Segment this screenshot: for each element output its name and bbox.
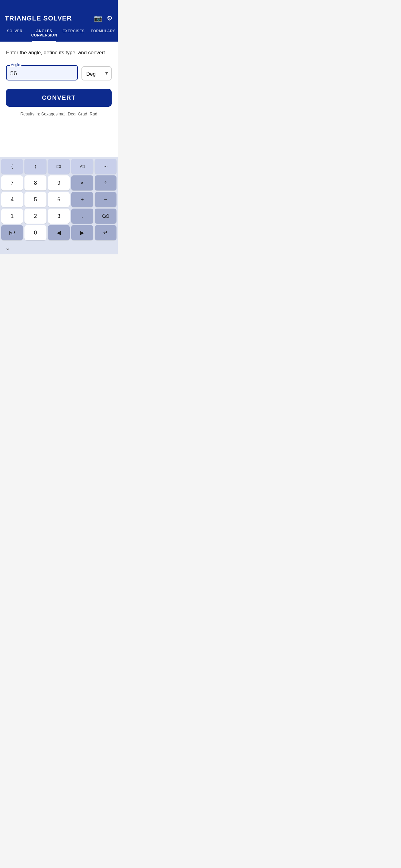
tab-angles-conversion[interactable]: AnglesConversion [30, 26, 59, 41]
keyboard-row-special: ( ) □2 √□ ⋯ [1, 159, 116, 174]
angle-input[interactable] [6, 65, 78, 81]
keyboard-row-4: [√]3 0 ◀ ▶ ↵ [1, 225, 116, 240]
key-7[interactable]: 7 [1, 176, 23, 190]
convert-button[interactable]: CONVERT [6, 89, 112, 107]
key-1[interactable]: 1 [1, 209, 23, 224]
key-right-arrow[interactable]: ▶ [71, 225, 93, 240]
tab-solver[interactable]: Solver [0, 26, 30, 41]
key-minus[interactable]: − [95, 192, 116, 207]
key-backspace[interactable]: ⌫ [95, 209, 116, 224]
key-2[interactable]: 2 [24, 209, 46, 224]
key-sqrt[interactable]: √□ [71, 159, 93, 174]
key-enter[interactable]: ↵ [95, 225, 116, 240]
keyboard-row-3: 1 2 3 . ⌫ [1, 209, 116, 224]
camera-icon[interactable]: 📷 [94, 14, 102, 22]
key-open-paren[interactable]: ( [1, 159, 23, 174]
tab-formulary[interactable]: Formulary [88, 26, 118, 41]
key-multiply[interactable]: × [71, 176, 93, 190]
keyboard: ( ) □2 √□ ⋯ 7 8 9 × ÷ 4 5 6 + − 1 2 3 . … [0, 157, 118, 254]
key-5[interactable]: 5 [24, 192, 46, 207]
unit-select[interactable]: Deg Rad Grad [82, 66, 112, 81]
settings-icon[interactable]: ⚙ [107, 14, 113, 22]
tab-bar: Solver AnglesConversion Exercises Formul… [0, 26, 118, 41]
tab-exercises[interactable]: Exercises [59, 26, 88, 41]
header-icons: 📷 ⚙ [94, 14, 113, 22]
key-square[interactable]: □2 [48, 159, 70, 174]
keyboard-row-1: 7 8 9 × ÷ [1, 176, 116, 190]
results-info: Results in: Sexagesimal, Deg, Grad, Rad [6, 112, 112, 116]
keyboard-collapse-button[interactable]: ⌄ [2, 243, 13, 253]
key-4[interactable]: 4 [1, 192, 23, 207]
key-8[interactable]: 8 [24, 176, 46, 190]
key-0[interactable]: 0 [24, 225, 46, 240]
main-content: Enter the angle, define its type, and co… [0, 41, 118, 157]
keyboard-collapse-row: ⌄ [1, 242, 116, 253]
input-row: Angle Deg Rad Grad ▼ [6, 65, 112, 81]
key-left-arrow[interactable]: ◀ [48, 225, 70, 240]
key-divide[interactable]: ÷ [95, 176, 116, 190]
key-plus[interactable]: + [71, 192, 93, 207]
keyboard-row-2: 4 5 6 + − [1, 192, 116, 207]
app-title: TRIANGLE SOLVER [5, 14, 72, 22]
instruction-text: Enter the angle, define its type, and co… [6, 49, 112, 57]
key-3[interactable]: 3 [48, 209, 70, 224]
angle-field-wrap: Angle [6, 65, 78, 81]
key-6[interactable]: 6 [48, 192, 70, 207]
angle-label: Angle [10, 63, 22, 67]
key-more[interactable]: ⋯ [95, 159, 116, 174]
key-close-paren[interactable]: ) [24, 159, 46, 174]
key-cbrt[interactable]: [√]3 [1, 225, 23, 240]
unit-select-wrap: Deg Rad Grad ▼ [82, 66, 112, 81]
key-9[interactable]: 9 [48, 176, 70, 190]
key-dot[interactable]: . [71, 209, 93, 224]
header: TRIANGLE SOLVER 📷 ⚙ [0, 0, 118, 26]
